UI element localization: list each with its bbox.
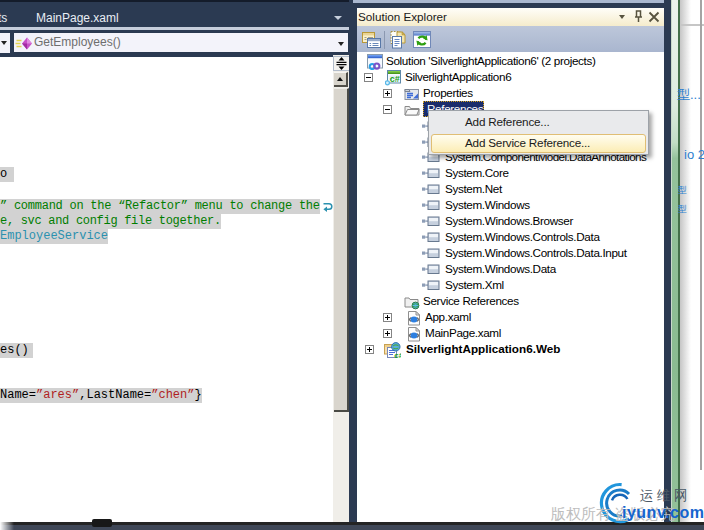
- svg-text:c#: c#: [390, 74, 400, 84]
- svg-text:c#: c#: [394, 351, 401, 358]
